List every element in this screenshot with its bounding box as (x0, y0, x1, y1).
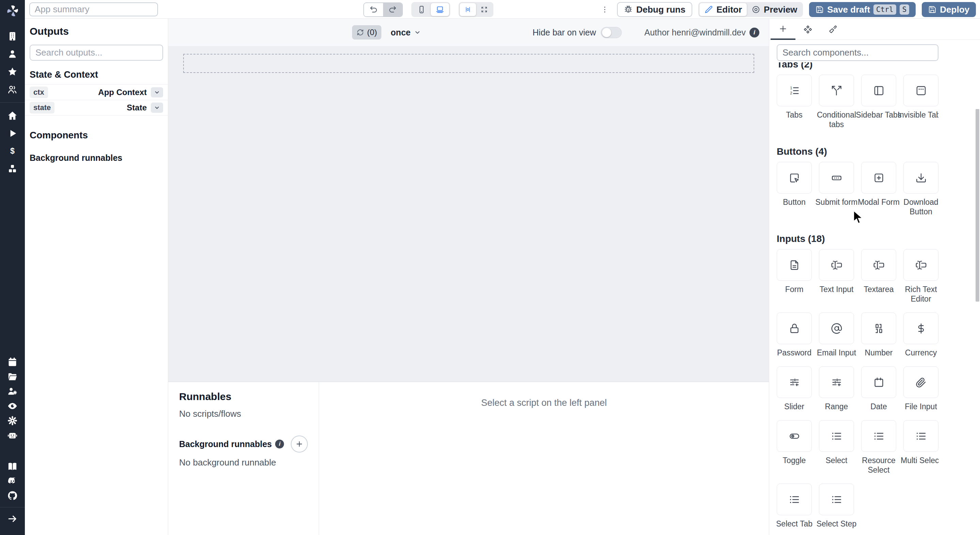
paperclip-icon (915, 377, 927, 388)
component-card-select-step[interactable]: Select Step (819, 484, 854, 529)
list-icon (789, 494, 800, 505)
ctx-expand-button[interactable] (151, 87, 163, 97)
outputs-panel: Outputs State & Context ctx App Context … (25, 19, 168, 535)
sidebar-item-dollar[interactable] (0, 142, 25, 160)
component-card-toggle[interactable]: Toggle (777, 420, 812, 475)
binary-icon (873, 323, 885, 334)
pencil-icon (704, 5, 713, 14)
component-card-currency[interactable]: Currency (904, 313, 939, 358)
interval-select[interactable]: once (391, 27, 421, 37)
component-card-rich-text-editor[interactable]: Rich Text Editor (904, 249, 939, 303)
sidebar-item-robot[interactable] (0, 428, 25, 442)
refresh-button[interactable]: (0) (352, 25, 381, 40)
component-card-invisible-tabs[interactable]: Invisible Tabs (904, 75, 939, 129)
component-card-password[interactable]: Password (777, 313, 812, 358)
add-background-runnable-button[interactable] (291, 436, 308, 452)
redo-button[interactable] (383, 3, 402, 16)
list-icon (831, 494, 842, 505)
desktop-view-button[interactable] (431, 3, 449, 16)
windmill-logo[interactable] (5, 3, 20, 18)
debug-runs-button[interactable]: Debug runs (617, 2, 692, 17)
component-card-select[interactable]: Select (819, 420, 854, 475)
preview-label: Preview (764, 5, 797, 15)
sidebar-item-gear[interactable] (0, 414, 25, 428)
runnables-bottom-panel: Runnables No scripts/flows Background ru… (168, 382, 769, 535)
component-card-button[interactable]: Button (777, 162, 812, 216)
component-card-submit-form[interactable]: Submit form (819, 162, 854, 216)
state-row-ctx[interactable]: ctx App Context (25, 84, 168, 100)
components-scrollbar-thumb[interactable] (975, 109, 979, 302)
component-card-modal-form[interactable]: Modal Form (861, 162, 896, 216)
component-card-email-input[interactable]: Email Input (819, 313, 854, 358)
panel-tab-component[interactable] (795, 19, 820, 40)
more-menu-button[interactable] (599, 2, 611, 17)
info-icon[interactable]: i (275, 439, 284, 449)
sidebar-item-star[interactable] (0, 63, 25, 80)
empty-component-dropzone[interactable] (183, 54, 754, 73)
book-icon (7, 461, 18, 472)
component-card-sidebar-tabs[interactable]: Sidebar Tabs (861, 75, 896, 129)
panel-tab-paintbrush[interactable] (820, 19, 845, 40)
components-title: Components (30, 130, 163, 141)
fullscreen-button[interactable] (476, 3, 492, 16)
component-card-conditional-tabs[interactable]: Conditional tabs (819, 75, 854, 129)
component-card-number[interactable]: Number (861, 313, 896, 358)
sidebar-item-users-gear[interactable] (0, 384, 25, 399)
search-components-input[interactable] (777, 44, 939, 61)
component-card-resource-select[interactable]: Resource Select (861, 420, 896, 475)
sidebar-item-home[interactable] (0, 107, 25, 125)
sidebar-item-book[interactable] (0, 459, 25, 474)
save-draft-button[interactable]: Save draft CtrlS (809, 2, 916, 17)
component-card-date[interactable]: Date (861, 366, 896, 411)
github-icon (7, 490, 18, 501)
mobile-view-button[interactable] (412, 3, 431, 16)
state-context-rows: ctx App Context state State (25, 84, 168, 115)
ctx-type-label: App Context (98, 88, 147, 97)
state-row-state[interactable]: state State (25, 100, 168, 115)
tab-editor[interactable]: Editor (699, 3, 747, 16)
app-summary-input[interactable] (29, 2, 158, 16)
editor-preview-group: Editor Preview (698, 2, 803, 17)
sidebar-item-users[interactable] (0, 80, 25, 98)
panel-tab-plus[interactable] (771, 19, 795, 40)
info-icon[interactable]: i (749, 27, 759, 37)
component-card-range[interactable]: Range (819, 366, 854, 411)
sidebar-item-play[interactable] (0, 125, 25, 142)
sidebar-item-github[interactable] (0, 488, 25, 503)
sidebar-item-folder[interactable] (0, 369, 25, 384)
sidebar-item-user[interactable] (0, 45, 25, 63)
sidebar-item-eye[interactable] (0, 399, 25, 414)
sidebar-item-cubes[interactable] (0, 160, 25, 177)
component-card-multi-select[interactable]: Multi Select (904, 420, 939, 475)
component-card-file-input[interactable]: File Input (904, 366, 939, 411)
component-card-download-button[interactable]: Download Button (904, 162, 939, 216)
component-card-select-tab[interactable]: Select Tab (777, 484, 812, 529)
sidebar-item-calendar-filled[interactable] (0, 355, 25, 369)
deploy-button[interactable]: Deploy (922, 2, 976, 17)
state-expand-button[interactable] (151, 102, 163, 113)
refresh-icon (356, 29, 364, 36)
component-card-textarea[interactable]: Textarea (861, 249, 896, 303)
at-sign-icon (831, 323, 842, 334)
save-draft-label: Save draft (827, 5, 870, 15)
hide-bar-toggle[interactable] (601, 27, 622, 38)
dollar-icon (7, 146, 18, 157)
author-info: Author henri@windmill.dev i (644, 27, 759, 37)
eye-icon (7, 401, 18, 411)
calendar-outline-icon (873, 377, 885, 388)
calendar-filled-icon (7, 357, 18, 367)
sidebar-item-building[interactable] (0, 27, 25, 45)
tab-preview[interactable]: Preview (747, 3, 802, 16)
component-card-form[interactable]: Form (777, 249, 812, 303)
component-card-tabs[interactable]: Tabs (777, 75, 812, 129)
search-outputs-input[interactable] (30, 45, 163, 61)
sidebar-item-discord[interactable] (0, 474, 25, 488)
component-card-text-input[interactable]: Text Input (819, 249, 854, 303)
state-type-label: State (127, 103, 147, 112)
component-card-slider[interactable]: Slider (777, 366, 812, 411)
undo-icon (369, 5, 378, 14)
sidebar-item-arrow-right[interactable] (0, 511, 25, 526)
center-content-button[interactable] (460, 3, 476, 16)
device-toggle-group (411, 2, 450, 17)
undo-button[interactable] (364, 3, 383, 16)
